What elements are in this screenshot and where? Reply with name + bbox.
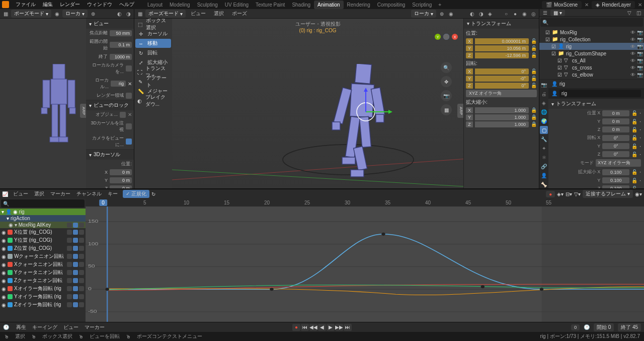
mute-icon[interactable]: [73, 294, 78, 299]
cam-lock-toggle[interactable]: [126, 139, 132, 145]
fcurve-channel[interactable]: ◉Zクォータニオン回転: [0, 277, 86, 285]
shading-matcap-icon[interactable]: ◉: [521, 10, 528, 17]
auto-key-icon[interactable]: ●: [546, 191, 555, 197]
loc-x-input[interactable]: 0.000001 m: [475, 38, 529, 44]
channel-group[interactable]: ◉ ▾MoxRig AllKey: [0, 222, 86, 228]
jump-end-icon[interactable]: ⏭: [344, 324, 352, 331]
lock-section-header[interactable]: ▾ ビューのロック: [86, 100, 134, 110]
mute-icon[interactable]: [73, 254, 78, 259]
playbar-menu[interactable]: キーイング: [29, 324, 60, 330]
menu-ヘルプ[interactable]: ヘルプ: [116, 0, 138, 9]
cursor-x-input[interactable]: 0 m: [110, 169, 132, 175]
lock-icon[interactable]: 🔒: [531, 114, 537, 120]
eye-icon[interactable]: ◉: [2, 278, 6, 284]
locx-input[interactable]: 0 m: [602, 110, 629, 116]
tab-shading[interactable]: Shading: [288, 1, 314, 9]
scene-tab-icon[interactable]: 🌐: [540, 108, 548, 116]
loc-y-input[interactable]: 10.056 m: [475, 45, 529, 51]
wrench-icon[interactable]: [67, 278, 72, 283]
scale-y-input[interactable]: 1.000: [475, 114, 529, 120]
graph-menu[interactable]: キー: [105, 191, 121, 196]
render-icon[interactable]: 📷: [637, 58, 642, 63]
zoom-icon[interactable]: 🔍: [441, 62, 452, 73]
x-axis-icon[interactable]: X: [452, 34, 458, 40]
close-icon[interactable]: ✕: [128, 112, 132, 117]
lock-icon[interactable]: 🔓: [531, 76, 537, 82]
camera-icon[interactable]: 📷: [441, 90, 452, 101]
lock-icon[interactable]: [79, 294, 84, 299]
lock-icon[interactable]: 🔓: [531, 52, 537, 58]
eye-icon[interactable]: ◉: [2, 238, 6, 243]
channel-action[interactable]: ▾rigAction: [0, 215, 86, 222]
axis-widget[interactable]: Z X Y: [434, 34, 459, 59]
view-menu[interactable]: ビュー: [188, 10, 209, 17]
channel-search[interactable]: 🔍: [1, 199, 85, 208]
refresh-icon[interactable]: ↻: [151, 191, 155, 197]
rot-x-input[interactable]: 0°: [475, 69, 529, 75]
editor-type-icon[interactable]: 🕐: [3, 324, 9, 330]
render-icon[interactable]: 📷: [637, 44, 642, 49]
tab-animation[interactable]: Animation: [314, 1, 343, 9]
eye-icon[interactable]: 👁: [630, 37, 635, 42]
outliner-item[interactable]: ☑📁rig_Collection👁📷: [539, 36, 644, 43]
mute-icon[interactable]: [73, 262, 78, 267]
render-icon[interactable]: 📷: [637, 30, 642, 35]
lock-icon[interactable]: 🔓: [631, 178, 637, 183]
outliner-item[interactable]: ☑▽cs_All👁📷: [539, 57, 644, 64]
object-name-input[interactable]: [559, 90, 641, 97]
graph-menu[interactable]: 選択: [31, 191, 47, 196]
tool-0[interactable]: ⬚ボックス選択: [135, 20, 171, 29]
viewport-3d-left[interactable]: ARP ▾ ビュー 焦点距離50 mm 範囲の開始0.1 m 終了1000 m …: [0, 19, 134, 188]
clip-end-input[interactable]: 1000 m: [110, 54, 132, 60]
editor-type-icon[interactable]: ▦: [136, 10, 143, 17]
viewlayer-selector[interactable]: ◈ RenderLayer: [592, 1, 635, 9]
handle-icon[interactable]: ⊟▾: [566, 191, 572, 197]
fcurve-channel[interactable]: ◉X位置 (rig_COG): [0, 228, 86, 236]
graph-menu[interactable]: マーカー: [47, 191, 73, 196]
bone-tab-icon[interactable]: 🦴: [540, 180, 548, 188]
lock-icon[interactable]: [79, 270, 84, 275]
select-menu[interactable]: 選択: [211, 10, 227, 17]
fcurve-channel[interactable]: ◉Yオイラー角回転 (rig: [0, 293, 86, 301]
jump-start-icon[interactable]: ⏮: [301, 324, 309, 331]
lock-icon[interactable]: [79, 262, 84, 267]
shading-render-icon[interactable]: ◎: [530, 10, 537, 17]
close-icon[interactable]: ✕: [128, 81, 132, 87]
wrench-icon[interactable]: [67, 286, 72, 291]
eye-icon[interactable]: ◉: [2, 246, 6, 251]
close-icon[interactable]: ✕: [638, 2, 642, 8]
tool-2[interactable]: ↔移動: [135, 39, 171, 48]
current-frame-indicator[interactable]: 0: [99, 199, 107, 206]
anim-icon[interactable]: ·: [639, 119, 641, 124]
locy-input[interactable]: 0 m: [602, 118, 629, 124]
scalex-input[interactable]: 0.100: [602, 169, 629, 175]
lock-icon[interactable]: 🔓: [631, 119, 637, 124]
arp-tab[interactable]: ARP: [80, 104, 86, 118]
lock-icon[interactable]: 🔓: [631, 152, 637, 157]
menu-レンダー[interactable]: レンダー: [56, 0, 84, 9]
fcurve-channel[interactable]: ◉Xオイラー角回転 (rig: [0, 285, 86, 293]
anim-icon[interactable]: ·: [639, 135, 641, 141]
transform-section-header[interactable]: ▾ トランスフォーム: [464, 19, 539, 29]
tab-uv editing[interactable]: UV Editing: [221, 1, 252, 9]
mute-icon[interactable]: [73, 278, 78, 283]
cursor-section-header[interactable]: ▾ 3Dカーソル: [86, 150, 134, 160]
lock-icon[interactable]: [79, 246, 84, 251]
rotz-input[interactable]: 0°: [602, 151, 629, 157]
fcurve-channel[interactable]: ◉Wクォータニオン回転: [0, 252, 86, 260]
scene-selector[interactable]: 🎬 MoxScene: [542, 1, 582, 9]
eye-icon[interactable]: ◉: [2, 294, 6, 300]
proportional-icon[interactable]: ◉▾: [635, 191, 642, 197]
roty-input[interactable]: 0°: [602, 143, 629, 149]
outliner-search[interactable]: 🔍: [540, 18, 643, 27]
anim-icon[interactable]: ·: [639, 110, 641, 116]
xray-icon[interactable]: ◈: [487, 10, 494, 17]
locz-input[interactable]: 0 m: [602, 126, 629, 132]
lock-icon[interactable]: 🔓: [631, 144, 637, 149]
snap-icon[interactable]: ⊕: [438, 10, 445, 17]
eye-icon[interactable]: 👁: [630, 44, 635, 49]
lock-icon[interactable]: 🔓: [531, 45, 537, 51]
menu-ファイル[interactable]: ファイル: [12, 0, 39, 9]
shading-solid-icon[interactable]: ●: [512, 10, 519, 17]
world-tab-icon[interactable]: 🌍: [540, 117, 548, 125]
